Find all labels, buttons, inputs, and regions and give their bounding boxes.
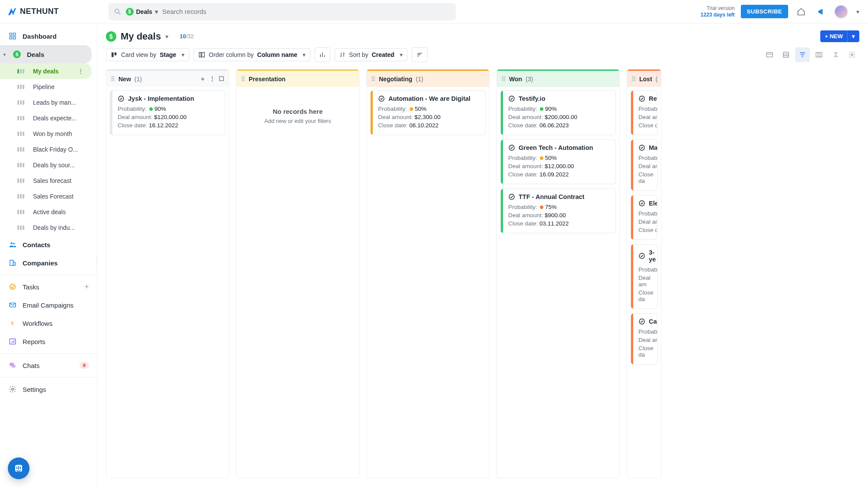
sort-selector[interactable]: Sort by Created ▾ — [335, 48, 408, 61]
view-list-icon[interactable] — [779, 47, 793, 62]
new-button-caret[interactable]: ▾ — [847, 30, 859, 42]
chevron-down-icon: ▾ — [181, 51, 184, 58]
deals-dollar-icon: $ — [106, 31, 116, 42]
column-header[interactable]: ⠿ Negotiating (1) — [367, 70, 489, 87]
card-view-selector[interactable]: Card view by Stage ▾ — [106, 48, 189, 61]
kanban-column: ⠿ New (1) ＋ ⋮ ☐ Jysk - Implementation Pr… — [106, 69, 229, 478]
chevron-down-icon: ▾ — [155, 8, 158, 15]
sidebar-item-chats[interactable]: Chats 9 — [0, 356, 97, 374]
view-card-icon[interactable] — [762, 47, 777, 62]
search-input[interactable] — [162, 8, 450, 15]
sidebar-view-item[interactable]: Won by month — [0, 126, 97, 142]
deal-card[interactable]: 3-ye Probabil Deal am Close da — [631, 244, 658, 309]
companies-icon — [8, 258, 17, 268]
deal-card[interactable]: TTF - Annual Contract Probability:75% De… — [500, 189, 616, 233]
empty-title: No records here — [243, 108, 352, 115]
column-menu-icon[interactable]: ⋮ — [209, 75, 215, 83]
column-body[interactable]: No records here Add new or edit your fil… — [237, 87, 359, 478]
trial-info[interactable]: Trial version 1223 days left — [700, 5, 735, 18]
sidebar-view-item[interactable]: Deals expecte... — [0, 110, 97, 126]
deal-card[interactable]: Reve Probabil Deal am Close da — [631, 90, 658, 135]
view-mini-icon — [17, 116, 24, 120]
user-avatar[interactable] — [834, 5, 848, 19]
column-header[interactable]: ⠿ Lost ( — [627, 70, 661, 87]
sidebar-item-deals[interactable]: ▾ $ Deals — [0, 45, 92, 63]
column-body[interactable]: Automation - We are Digital Probability:… — [367, 87, 489, 478]
filter-icon[interactable] — [795, 47, 810, 62]
sidebar-item-tasks[interactable]: Tasks + — [0, 278, 97, 296]
column-checkbox-icon[interactable]: ☐ — [219, 75, 224, 83]
add-card-icon[interactable]: ＋ — [200, 75, 206, 83]
svg-rect-21 — [783, 52, 789, 57]
drag-grip-icon[interactable]: ⠿ — [501, 76, 506, 83]
chart-toggle[interactable] — [315, 47, 330, 62]
sidebar-item-dashboard[interactable]: Dashboard — [0, 27, 97, 45]
column-name: Lost — [639, 76, 652, 83]
column-body[interactable]: Jysk - Implementation Probability:90% De… — [106, 87, 229, 478]
view-mini-icon — [17, 69, 24, 73]
drag-grip-icon[interactable]: ⠿ — [111, 76, 115, 83]
view-table-icon[interactable] — [812, 47, 826, 62]
sidebar-item-settings[interactable]: Settings — [0, 380, 97, 398]
settings-gear-icon[interactable] — [845, 47, 859, 62]
brand-logo[interactable]: NETHUNT — [7, 7, 59, 17]
svg-point-28 — [509, 194, 514, 199]
sidebar-view-item[interactable]: My deals⋮ — [0, 63, 92, 79]
search-bar[interactable]: $ Deals ▾ — [108, 3, 456, 20]
deal-card[interactable]: Elen Probabil Deal am Close da — [631, 195, 658, 240]
home-icon[interactable] — [794, 5, 808, 19]
sidebar-view-item[interactable]: Sales Forecast — [0, 189, 97, 204]
column-header[interactable]: ⠿ Won (3) — [497, 70, 619, 87]
card-amount: Deal am — [638, 275, 658, 288]
kanban-board[interactable]: ⠿ New (1) ＋ ⋮ ☐ Jysk - Implementation Pr… — [97, 69, 868, 487]
new-button[interactable]: + NEW — [820, 30, 847, 42]
deal-card[interactable]: Man Probabil Deal am Close da — [631, 139, 658, 191]
sidebar-item-companies[interactable]: Companies — [0, 254, 97, 272]
sidebar-view-label: Deals expecte... — [33, 115, 76, 122]
sidebar-resize-handle[interactable] — [96, 255, 97, 268]
deal-card[interactable]: Testify.io Probability:90% Deal amount: … — [500, 90, 616, 135]
sidebar-view-item[interactable]: Deals by sour... — [0, 157, 97, 173]
sidebar-view-item[interactable]: Leads by man... — [0, 95, 97, 110]
title-menu-caret[interactable]: ▾ — [165, 33, 168, 40]
page-title: My deals — [121, 31, 161, 42]
sidebar-view-item[interactable]: Sales forecast — [0, 173, 97, 189]
search-context-pill[interactable]: $ Deals ▾ — [126, 8, 158, 16]
column-header[interactable]: ⠿ Presentation — [237, 70, 359, 87]
sidebar-view-label: Deals by indu... — [33, 224, 75, 231]
deal-card[interactable]: Green Tech - Automation Probability:50% … — [500, 139, 616, 184]
user-menu-caret[interactable]: ▾ — [854, 5, 861, 19]
drag-grip-icon[interactable]: ⠿ — [631, 76, 636, 83]
deal-card[interactable]: Call Probabil Deal am Close da — [631, 313, 658, 364]
deal-card[interactable]: Jysk - Implementation Probability:90% De… — [110, 90, 225, 135]
svg-rect-8 — [10, 260, 13, 265]
view-more-icon[interactable]: ⋮ — [78, 68, 84, 75]
sigma-icon[interactable] — [828, 47, 843, 62]
deal-card[interactable]: Automation - We are Digital Probability:… — [370, 90, 486, 135]
sidebar-view-item[interactable]: Pipeline — [0, 79, 97, 95]
sidebar-view-item[interactable]: Active deals — [0, 204, 97, 220]
sidebar-view-item[interactable]: Deals by indu... — [0, 220, 97, 235]
intercom-fab[interactable] — [8, 457, 30, 479]
new-record-split-button[interactable]: + NEW ▾ — [820, 30, 859, 42]
order-column-selector[interactable]: Order column by Column name ▾ — [194, 48, 310, 61]
card-amount: Deal amount: $12,000.00 — [508, 163, 610, 169]
sidebar-view-item[interactable]: Black Friday O... — [0, 142, 97, 157]
drag-grip-icon[interactable]: ⠿ — [371, 76, 375, 83]
sidebar-item-email[interactable]: Email Campaigns — [0, 296, 97, 314]
sidebar-view-label: Sales forecast — [33, 177, 72, 184]
column-header[interactable]: ⠿ New (1) ＋ ⋮ ☐ — [106, 70, 229, 87]
dollar-icon: $ — [126, 8, 134, 16]
announcement-icon[interactable] — [814, 5, 828, 19]
add-task-icon[interactable]: + — [84, 282, 89, 292]
column-body[interactable]: Reve Probabil Deal am Close da Man Proba… — [627, 87, 661, 478]
svg-point-23 — [851, 54, 853, 56]
sidebar-item-contacts[interactable]: Contacts — [0, 235, 97, 254]
sidebar-item-workflows[interactable]: Workflows — [0, 314, 97, 332]
column-body[interactable]: Testify.io Probability:90% Deal amount: … — [497, 87, 619, 478]
subscribe-button[interactable]: SUBSCRIBE — [741, 5, 788, 18]
svg-rect-14 — [12, 365, 16, 368]
sort-direction-toggle[interactable] — [412, 47, 427, 62]
sidebar-item-reports[interactable]: Reports — [0, 332, 97, 351]
drag-grip-icon[interactable]: ⠿ — [241, 76, 245, 83]
